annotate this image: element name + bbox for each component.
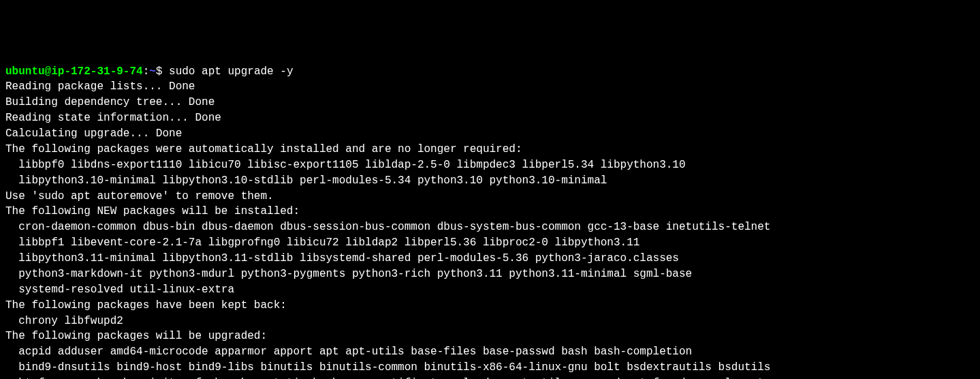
output-line: python3-markdown-it python3-mdurl python… [5, 267, 975, 282]
output-line: The following packages will be upgraded: [5, 329, 975, 344]
prompt-dollar: $ [156, 65, 169, 78]
output-line: Use 'sudo apt autoremove' to remove them… [5, 189, 975, 204]
output-line: libpython3.11-minimal libpython3.11-stdl… [5, 251, 975, 267]
output-line: The following packages have been kept ba… [5, 298, 975, 314]
output-line: Reading state information... Done [5, 110, 975, 126]
prompt-line: ubuntu@ip-172-31-9-74:~$ sudo apt upgrad… [5, 64, 975, 80]
output-line: libbpf1 libevent-core-2.1-7a libgprofng0… [5, 235, 975, 251]
output-line: libpython3.10-minimal libpython3.10-stdl… [5, 173, 975, 189]
output-line: Calculating upgrade... Done [5, 126, 975, 142]
terminal-output: ubuntu@ip-172-31-9-74:~$ sudo apt upgrad… [5, 64, 975, 380]
command-text[interactable]: sudo apt upgrade -y [169, 65, 293, 78]
output-line: systemd-resolved util-linux-extra [5, 282, 975, 298]
output-line: chrony libfwupd2 [5, 314, 975, 329]
output-line: btrfs-progs busybox-initramfs busybox-st… [5, 376, 975, 379]
output-line: libbpf0 libdns-export1110 libicu70 libis… [5, 157, 975, 173]
output-line: acpid adduser amd64-microcode apparmor a… [5, 344, 975, 360]
output-line: cron-daemon-common dbus-bin dbus-daemon … [5, 219, 975, 235]
output-line: The following NEW packages will be insta… [5, 204, 975, 219]
output-line: bind9-dnsutils bind9-host bind9-libs bin… [5, 360, 975, 376]
prompt-colon: : [143, 65, 150, 78]
prompt-path: ~ [149, 65, 156, 78]
output-line: Reading package lists... Done [5, 79, 975, 95]
output-line: The following packages were automaticall… [5, 142, 975, 157]
prompt-user-host: ubuntu@ip-172-31-9-74 [5, 65, 143, 78]
output-line: Building dependency tree... Done [5, 95, 975, 110]
